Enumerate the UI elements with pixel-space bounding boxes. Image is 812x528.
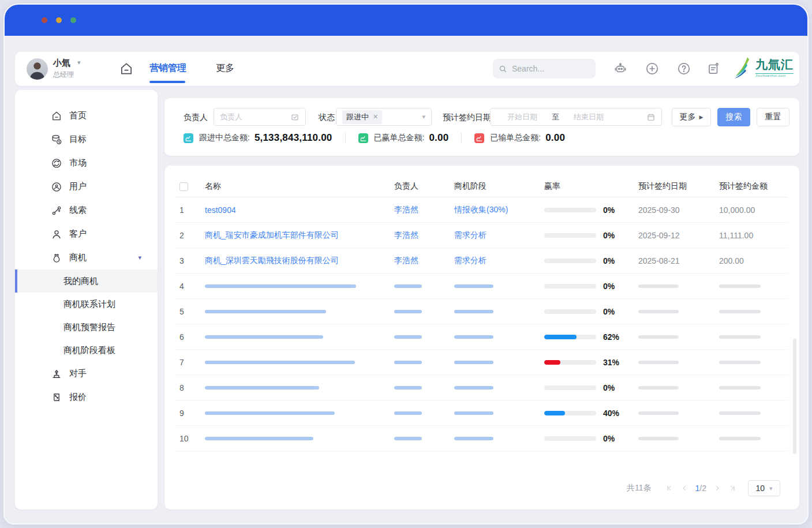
sidebar-item[interactable]: 用户: [15, 175, 158, 199]
table-row[interactable]: 662%: [176, 324, 788, 350]
logo-text: 九氚汇: [755, 57, 794, 73]
sidebar-item[interactable]: 对手: [15, 362, 158, 385]
owner-filter-input[interactable]: [214, 108, 306, 126]
amount-placeholder: [719, 386, 761, 390]
global-search[interactable]: [493, 59, 596, 78]
home-icon: [51, 110, 62, 122]
page-indicator: 1/2: [695, 484, 706, 493]
window-maximize-button[interactable]: [70, 17, 76, 23]
owner-placeholder: [394, 437, 422, 440]
table-row[interactable]: 2商机_瑞安市豪成加机车部件有限公司李浩然需求分析0%2025-09-1211,…: [176, 223, 788, 248]
table-row[interactable]: 3商机_深圳雲天勵飛技術股份有限公司李浩然需求分析0%2025-08-21200…: [176, 248, 788, 274]
amount-placeholder: [719, 361, 761, 364]
owner-input[interactable]: [220, 113, 290, 121]
sidebar-item[interactable]: 商机▾: [15, 246, 158, 269]
table-scrollbar[interactable]: [793, 339, 796, 454]
sidebar-subitem[interactable]: 我的商机: [15, 269, 158, 293]
assistant-robot-icon[interactable]: [613, 61, 628, 76]
date-start-input[interactable]: [496, 113, 548, 121]
search-input[interactable]: [512, 64, 587, 73]
row-index: 2: [179, 231, 184, 240]
sidebar-item[interactable]: 客户: [15, 222, 158, 246]
opportunity-name-link[interactable]: test0904: [205, 205, 236, 215]
opportunity-name-link[interactable]: 商机_瑞安市豪成加机车部件有限公司: [205, 230, 339, 241]
stage-link[interactable]: 需求分析: [454, 230, 487, 241]
table-row[interactable]: 50%: [176, 299, 788, 324]
stat-label: 跟进中总金额:: [199, 133, 250, 143]
stat-chart-icon: [184, 133, 193, 143]
more-filters-button[interactable]: 更多▶: [672, 108, 711, 126]
reset-button[interactable]: 重置: [757, 108, 789, 126]
table-row[interactable]: 731%: [176, 350, 788, 375]
sidebar-item[interactable]: 报价: [15, 385, 158, 409]
date-end-input[interactable]: [563, 113, 615, 121]
sidebar-item[interactable]: 首页: [15, 104, 158, 128]
owner-link[interactable]: 李浩然: [394, 256, 418, 266]
date-placeholder: [638, 335, 679, 339]
stage-placeholder: [454, 361, 493, 364]
window-minimize-button[interactable]: [56, 17, 62, 23]
table-row[interactable]: 100%: [176, 426, 788, 451]
owner-placeholder: [394, 284, 422, 288]
help-icon[interactable]: [676, 61, 691, 76]
stage-placeholder: [454, 335, 493, 339]
table-row[interactable]: 1test0904李浩然情报收集(30%)0%2025-09-3010,000.…: [176, 197, 788, 223]
sidebar-subitem[interactable]: 商机预警报告: [15, 316, 158, 339]
sidebar-subitem[interactable]: 商机联系计划: [15, 293, 158, 316]
owner-filter-label: 负责人: [184, 113, 208, 123]
home-nav-icon[interactable]: [119, 61, 134, 76]
table-header-row: 名称负责人商机阶段赢率预计签约日期预计签约金额: [176, 176, 788, 197]
row-index: 4: [179, 282, 184, 291]
rival-icon: [51, 368, 62, 380]
page-size-select[interactable]: 10▾: [748, 480, 780, 496]
stat-value: 5,133,843,110.00: [255, 132, 332, 144]
owner-link[interactable]: 李浩然: [394, 205, 418, 215]
stage-link[interactable]: 需求分析: [454, 256, 487, 266]
status-filter-label: 状态: [319, 113, 335, 123]
table-row[interactable]: 40%: [176, 274, 788, 299]
row-index: 1: [179, 205, 184, 215]
divider: [345, 133, 346, 143]
user-name[interactable]: 小氚: [53, 58, 70, 69]
remove-tag-icon[interactable]: ✕: [373, 113, 378, 121]
select-all-checkbox[interactable]: [179, 182, 188, 191]
opportunity-name-link[interactable]: 商机_深圳雲天勵飛技術股份有限公司: [205, 256, 339, 266]
chevron-down-icon: ▾: [769, 485, 773, 492]
user-avatar[interactable]: [27, 58, 48, 80]
sidebar-item[interactable]: 目标: [15, 128, 158, 151]
sidebar-item-label: 目标: [69, 134, 87, 145]
add-icon[interactable]: [645, 61, 660, 76]
stage-link[interactable]: 情报收集(30%): [454, 205, 508, 215]
owner-link[interactable]: 李浩然: [394, 230, 418, 241]
owner-placeholder: [394, 411, 422, 415]
tasks-icon[interactable]: [706, 61, 721, 76]
name-placeholder: [205, 335, 323, 339]
tab-marketing[interactable]: 营销管理: [149, 62, 186, 74]
date-range-input[interactable]: 至: [490, 108, 662, 126]
sidebar-item-label: 首页: [69, 110, 87, 121]
sidebar-item[interactable]: 市场: [15, 151, 158, 175]
window-close-button[interactable]: [42, 17, 47, 23]
win-rate-bar: [544, 436, 596, 441]
tab-more[interactable]: 更多: [216, 62, 234, 74]
amount-placeholder: [719, 284, 761, 288]
prev-page-icon[interactable]: [677, 481, 692, 496]
row-index: 8: [179, 383, 184, 392]
sidebar-subitem[interactable]: 商机阶段看板: [15, 339, 158, 362]
calendar-icon: [646, 113, 656, 122]
stage-placeholder: [454, 386, 493, 390]
next-page-icon[interactable]: [710, 481, 725, 496]
table-row[interactable]: 940%: [176, 400, 788, 426]
sidebar-item-label: 用户: [69, 181, 87, 192]
sidebar-item[interactable]: 线索: [15, 199, 158, 222]
win-rate-value: 0%: [603, 231, 615, 240]
search-button[interactable]: 搜索: [717, 108, 750, 126]
table-row[interactable]: 80%: [176, 375, 788, 400]
expected-sign-date: 2025-09-30: [638, 205, 680, 215]
last-page-icon[interactable]: [725, 481, 740, 496]
first-page-icon[interactable]: [662, 481, 677, 496]
win-rate-bar: [544, 335, 596, 339]
select-user-icon[interactable]: [290, 113, 300, 122]
stat-label: 已赢单总金额:: [374, 133, 425, 143]
status-filter-select[interactable]: 跟进中 ✕ ▾: [336, 108, 432, 126]
